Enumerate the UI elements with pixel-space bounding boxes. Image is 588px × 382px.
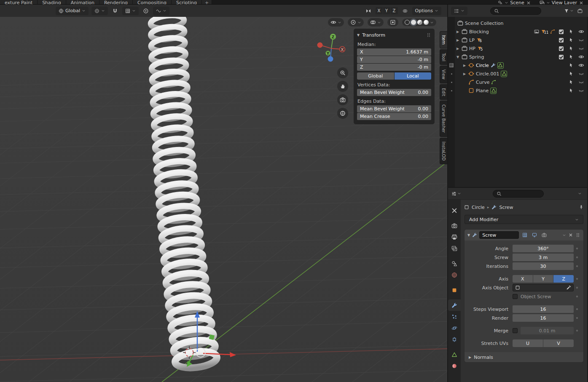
- scene-selector[interactable]: Scene: [494, 0, 535, 4]
- pin-icon[interactable]: [579, 205, 584, 210]
- vertex-bevel-weight-field[interactable]: Mean Bevel Weight 0.00: [357, 89, 431, 96]
- selectable-icon[interactable]: [569, 71, 574, 76]
- axis-y-button[interactable]: Y: [533, 275, 553, 283]
- snap-individual-icon[interactable]: [401, 7, 409, 15]
- selectable-icon[interactable]: [569, 29, 574, 34]
- outliner-row-curve[interactable]: Curve: [448, 78, 587, 86]
- transform-orientation-dropdown[interactable]: Global: [56, 7, 89, 15]
- gizmos-dropdown[interactable]: [348, 18, 364, 27]
- axis-x-button[interactable]: X: [513, 275, 533, 283]
- tab-item[interactable]: Item: [440, 31, 447, 48]
- toggle-perspective-button[interactable]: [337, 108, 348, 119]
- mirror-y-button[interactable]: Y: [383, 7, 390, 14]
- animate-dot[interactable]: [576, 287, 578, 289]
- tab-object-data[interactable]: [448, 349, 461, 360]
- tab-physics[interactable]: [448, 322, 461, 334]
- proportional-falloff-dropdown[interactable]: [153, 7, 169, 15]
- stretch-v-button[interactable]: V: [543, 339, 574, 347]
- tab-curve-basher[interactable]: Curve Basher: [440, 101, 447, 136]
- iterations-field[interactable]: 30: [513, 262, 574, 270]
- eye-icon[interactable]: [578, 62, 584, 68]
- eye-closed-icon[interactable]: [578, 37, 584, 43]
- edit-mode-display-toggle[interactable]: [521, 231, 529, 239]
- 3d-viewport[interactable]: Z X Y ▼ Transform Median: X 1.66: [0, 17, 448, 382]
- modifier-extras-dropdown[interactable]: [562, 233, 566, 237]
- tab-tool[interactable]: [448, 205, 461, 216]
- expand-toggle[interactable]: ▶: [456, 30, 460, 34]
- steps-viewport-field[interactable]: 16: [513, 305, 574, 313]
- animate-dot[interactable]: [576, 296, 578, 297]
- outliner-row-blocking[interactable]: ▶ Blocking 11: [448, 27, 587, 36]
- tab-object[interactable]: [448, 284, 461, 296]
- tab-world[interactable]: [448, 269, 461, 280]
- eye-icon[interactable]: [578, 54, 584, 60]
- workspace-tab-rendering[interactable]: Rendering: [99, 0, 133, 4]
- visibility-dropdown[interactable]: [328, 18, 344, 27]
- outliner-row-hp[interactable]: ▶ HP 5: [448, 44, 587, 53]
- object-screw-checkbox[interactable]: [513, 294, 518, 299]
- outliner-search-input[interactable]: [501, 8, 537, 13]
- selectable-icon[interactable]: [569, 46, 574, 51]
- expand-toggle[interactable]: ▶: [462, 64, 467, 67]
- workspace-tab-shading[interactable]: Shading: [38, 0, 66, 4]
- mean-crease-field[interactable]: Mean Crease 0.00: [357, 113, 431, 120]
- expand-toggle[interactable]: ▶: [462, 72, 467, 76]
- eye-closed-icon[interactable]: [578, 88, 584, 93]
- snap-settings-dropdown[interactable]: [122, 7, 139, 15]
- outliner-row-spring[interactable]: ▼ Spring: [448, 53, 587, 61]
- camera-view-button[interactable]: [337, 94, 348, 105]
- new-collection-button[interactable]: [576, 7, 584, 15]
- exclude-checkbox[interactable]: [559, 38, 564, 43]
- eye-closed-icon[interactable]: [578, 79, 584, 85]
- mirror-x-button[interactable]: X: [376, 7, 383, 14]
- drag-handle-icon[interactable]: [575, 232, 580, 238]
- options-dropdown[interactable]: Options: [412, 7, 441, 15]
- realtime-display-toggle[interactable]: [531, 231, 538, 239]
- mirror-z-button[interactable]: Z: [391, 7, 398, 14]
- wireframe-shading-button[interactable]: [405, 20, 410, 25]
- tab-view-layer[interactable]: [448, 243, 461, 254]
- eye-icon[interactable]: [578, 29, 584, 35]
- merge-checkbox[interactable]: [513, 328, 518, 333]
- median-y-field[interactable]: Y -0 m: [357, 56, 431, 63]
- xray-toggle[interactable]: [387, 18, 398, 27]
- tab-modifiers[interactable]: [448, 299, 461, 311]
- angle-field[interactable]: 360°: [513, 245, 574, 252]
- pan-button[interactable]: [337, 81, 348, 92]
- unlink-scene-icon[interactable]: [526, 0, 531, 5]
- outliner-filter-dropdown[interactable]: [564, 7, 574, 15]
- tab-edit[interactable]: Edit: [440, 84, 447, 100]
- animate-dot[interactable]: [576, 256, 578, 258]
- workspace-tab-animation[interactable]: Animation: [66, 0, 99, 4]
- render-steps-field[interactable]: 16: [513, 314, 574, 322]
- selectable-icon[interactable]: [569, 37, 574, 43]
- snap-toggle[interactable]: [111, 7, 119, 15]
- workspace-tab-scripting[interactable]: Scripting: [172, 0, 202, 4]
- exclude-checkbox[interactable]: [559, 55, 564, 59]
- axis-z-neg-handle[interactable]: [328, 56, 333, 62]
- properties-search-input[interactable]: [504, 191, 540, 196]
- close-icon[interactable]: [568, 232, 573, 238]
- edge-bevel-weight-field[interactable]: Mean Bevel Weight 0.00: [357, 105, 431, 112]
- eyedropper-icon[interactable]: [566, 285, 571, 290]
- breadcrumb-object[interactable]: Circle: [472, 205, 485, 210]
- tab-instalod[interactable]: InstaLOD: [440, 138, 447, 164]
- median-z-field[interactable]: Z -0 m: [357, 64, 431, 71]
- outliner-row-scene-collection[interactable]: Scene Collection: [448, 19, 587, 27]
- expand-toggle[interactable]: ▶: [456, 38, 460, 42]
- drag-handle-icon[interactable]: [426, 32, 431, 37]
- zoom-button[interactable]: [337, 67, 348, 78]
- animate-dot[interactable]: [576, 248, 578, 249]
- proportional-editing-toggle[interactable]: [142, 7, 150, 15]
- axis-x-handle[interactable]: [317, 43, 323, 48]
- normals-subpanel-header[interactable]: ▶ Normals: [464, 352, 583, 362]
- outliner-row-circle-001[interactable]: ▶ Circle.001: [448, 69, 587, 78]
- tab-particles[interactable]: [448, 311, 461, 322]
- outliner-row-lp[interactable]: ▶ LP 6: [448, 36, 587, 44]
- pivot-point-dropdown[interactable]: [91, 7, 108, 15]
- screw-field[interactable]: 3 m: [513, 254, 574, 261]
- merge-threshold-field[interactable]: 0.01 m: [521, 327, 574, 334]
- tab-scene[interactable]: [448, 258, 461, 269]
- eye-closed-icon[interactable]: [578, 71, 584, 77]
- workspace-tab-texture-paint[interactable]: exture Paint: [0, 0, 38, 4]
